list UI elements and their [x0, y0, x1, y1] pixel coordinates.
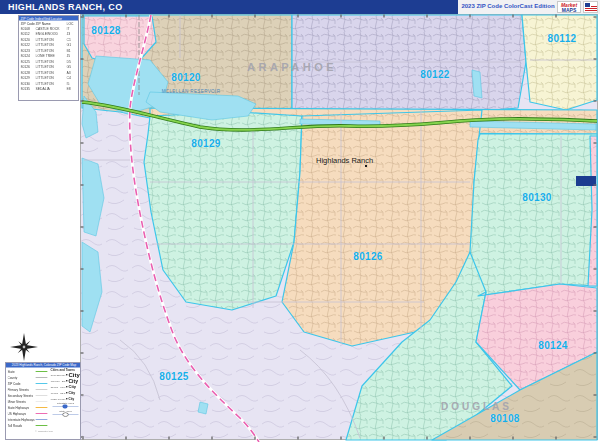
city-class-range: 100,000 - 250,000: [51, 379, 66, 382]
legend-item-label: Secondary Streets: [8, 394, 36, 398]
secondary-logo: [583, 1, 598, 13]
zip-region-80130: [470, 134, 597, 296]
legend-item-label: US Highways: [8, 412, 36, 416]
city-dot-icon: [66, 374, 68, 376]
zip-table-cell: E8: [67, 86, 78, 92]
city-dot-icon: [66, 380, 68, 382]
legend-footer: © MarketMAPS: [6, 430, 81, 433]
legend-line-swatch: [36, 419, 48, 420]
shield-sample-row: State Hwys: [51, 409, 81, 417]
legend-item-label: Interstate Highways: [8, 418, 36, 422]
legend-item-label: ZIP Code: [8, 382, 36, 386]
legend-item-label: State: [8, 370, 36, 374]
zip-table-cell: SEDALIA: [36, 86, 67, 92]
legend-line-swatch: [36, 389, 48, 390]
title-bar: HIGHLANDS RANCH, CO: [0, 0, 458, 14]
zip-table-row: 80135SEDALIAE8: [19, 86, 79, 92]
legend-line-swatch: [36, 371, 48, 372]
legend-item-label: Primary Streets: [8, 388, 36, 392]
city-class-range: Over 250,000: [51, 373, 66, 376]
road-label-box: [576, 176, 596, 186]
city-sample-label: City: [69, 397, 75, 400]
flag-icon: [585, 3, 590, 7]
legend-line-swatch: [36, 383, 48, 384]
legend-item-label: Toll Roads: [8, 424, 36, 428]
city-sample-label: City: [69, 378, 78, 384]
water-body: [198, 402, 208, 414]
legend-item-label: Minor Streets: [8, 400, 36, 404]
city-class-range: 10,000 - 25,000: [51, 391, 66, 394]
legend-items: StateCountyZIP CodePrimary StreetsSecond…: [6, 368, 51, 429]
compass-rose-icon: [6, 332, 42, 362]
map-page: ARAPAHOE DOUGLAS Highlands Ranch MCLELLA…: [0, 0, 600, 442]
legend-item-label: County: [8, 376, 36, 380]
shield-sample-row: Interstate Hwys: [51, 402, 81, 410]
legend-line-swatch: [36, 425, 48, 426]
zip-table-body: 80108CASTLE ROCKI780112ENGLEWOODJ380120L…: [19, 26, 79, 92]
legend-line-swatch: [36, 401, 48, 402]
legend-line-swatch: [36, 413, 48, 414]
page-title: HIGHLANDS RANCH, CO: [8, 2, 123, 12]
col-loc: LOC: [67, 22, 78, 26]
edition-label: 2023 ZIP Code ColorCast Edition: [460, 3, 556, 9]
legend-cities: Cities and Towns Over 250,000City100,000…: [51, 368, 81, 429]
highway-shield-icon: [63, 413, 69, 417]
legend-line-swatch: [36, 377, 48, 378]
map-canvas: [0, 0, 600, 442]
city-sample-label: City: [69, 391, 76, 395]
legend-line-swatch: [36, 395, 48, 396]
legend-item: Toll Roads: [8, 423, 51, 429]
zip-region-80112: [522, 15, 597, 110]
city-dot-icon: [66, 392, 68, 394]
edition-strip: 2023 ZIP Code ColorCast Edition Market M…: [458, 0, 600, 14]
col-zip-name: ZIP Name: [36, 22, 67, 26]
legend-item-label: State Highways: [8, 406, 36, 410]
city-class-range: Under 10,000: [51, 397, 66, 400]
highway-shield-icon: [63, 405, 68, 409]
zip-table-cell: 80135: [21, 86, 36, 92]
legend-line-swatch: [36, 407, 48, 408]
logo-text-bottom: MAPS: [558, 8, 580, 13]
city-dot-icon: [66, 398, 68, 400]
zip-region-80122: [292, 15, 526, 112]
city-sample-label: City: [69, 384, 77, 389]
zip-index-table: ZIP Code Index/Grid Locator ZIP Code ZIP…: [18, 15, 79, 101]
city-dot-icon: [66, 386, 68, 388]
map-legend: 2023 Highlands Ranch, Colorado ZIP Code …: [5, 362, 81, 440]
highway-shield-samples: Interstate HwysState Hwys: [51, 402, 81, 417]
col-zip-code: ZIP Code: [21, 22, 36, 26]
city-classes: Over 250,000City100,000 - 250,000City25,…: [51, 372, 81, 402]
marketmaps-logo: Market MAPS: [557, 1, 581, 13]
city-class-range: 25,000 - 100,000: [51, 385, 66, 388]
